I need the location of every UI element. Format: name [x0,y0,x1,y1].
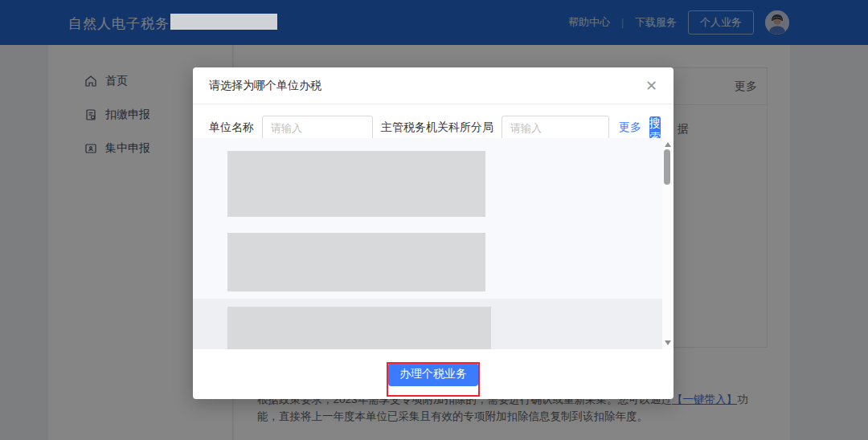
company-name-input[interactable] [262,116,373,140]
scroll-down-arrow-icon[interactable] [665,340,671,345]
header-redaction-block [170,14,277,30]
redacted-company-entry[interactable] [227,307,491,349]
dialog-footer: 办理个税业务 [193,349,674,399]
tax-office-input[interactable] [502,116,609,140]
redacted-company-entry[interactable] [227,151,485,217]
company-name-label: 单位名称 [209,120,254,135]
scrollbar-thumb[interactable] [664,149,670,185]
redacted-company-entry[interactable] [227,233,485,291]
tax-office-label: 主管税务机关科所分局 [381,120,493,135]
select-company-dialog: 请选择为哪个单位办税 ✕ 单位名称 主管税务机关科所分局 更多 搜索 办理个税业… [193,67,674,399]
handle-personal-tax-button[interactable]: 办理个税业务 [388,363,478,386]
dialog-title: 请选择为哪个单位办税 [209,79,321,93]
search-button[interactable]: 搜索 [649,116,661,139]
scroll-up-arrow-icon[interactable] [665,142,671,147]
list-scrollbar[interactable] [662,138,673,349]
more-filters-link[interactable]: 更多 [619,120,641,135]
dialog-header: 请选择为哪个单位办税 ✕ [193,67,674,104]
close-icon[interactable]: ✕ [645,79,657,93]
company-list[interactable] [193,138,674,349]
